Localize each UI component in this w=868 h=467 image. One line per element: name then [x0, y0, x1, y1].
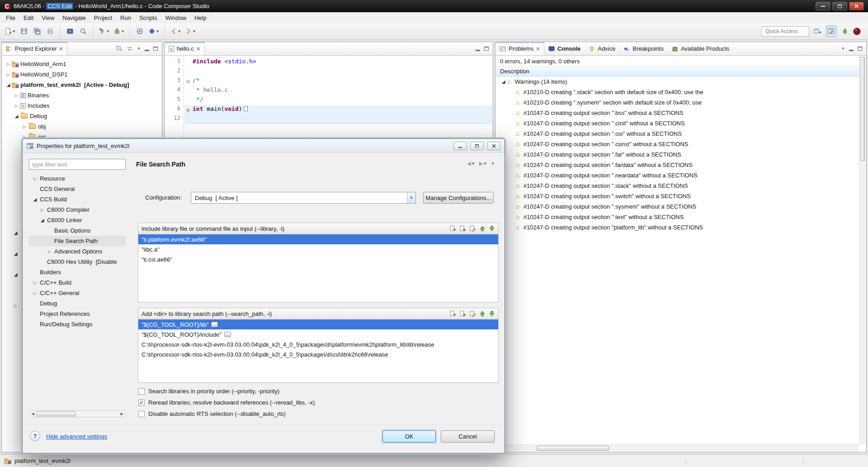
- chevron-right-icon[interactable]: ▷: [39, 208, 46, 212]
- library-list-item[interactable]: "ti.platform.evmk2l.ae66": [138, 234, 498, 244]
- search-path-item[interactable]: "${CG_TOOL_ROOT}/include"…: [138, 329, 498, 339]
- tree-item[interactable]: ▷C/C++ General: [29, 288, 126, 298]
- tree-item[interactable]: CCS General: [29, 184, 126, 194]
- view-menu-icon[interactable]: ▼: [841, 47, 845, 51]
- menu-item-window[interactable]: Window: [161, 13, 190, 23]
- menu-item-help[interactable]: Help: [190, 13, 211, 23]
- chevron-expanded-icon[interactable]: ◢: [500, 79, 507, 84]
- menu-item-view[interactable]: View: [38, 13, 58, 23]
- disable-auto-rts-option[interactable]: Disable automatic RTS selection (--disab…: [138, 410, 286, 417]
- menu-item-navigate[interactable]: Navigate: [58, 13, 90, 23]
- scrollbar-thumb[interactable]: [36, 411, 76, 416]
- close-icon[interactable]: [536, 47, 540, 51]
- tree-item[interactable]: ▷HelloWorld_Arm1: [2, 59, 161, 69]
- description-column-header[interactable]: Description: [496, 67, 866, 76]
- search-path-item[interactable]: C:\ti\processor-sdk-rtos-k2l-evm-03.03.0…: [138, 349, 498, 359]
- library-list-item[interactable]: "ti.csl.ae66": [138, 254, 498, 264]
- tree-expand-arrow[interactable]: ◢: [12, 230, 19, 235]
- chevron-right-icon[interactable]: ▷: [21, 124, 28, 129]
- scroll-left-icon[interactable]: ◀: [29, 411, 36, 417]
- ccs-debug-perspective-button[interactable]: [840, 25, 850, 37]
- chevron-right-icon[interactable]: ▷: [32, 291, 38, 295]
- tab-project-explorer[interactable]: Project Explorer: [2, 42, 67, 55]
- dialog-close-button[interactable]: [487, 142, 500, 150]
- back-button[interactable]: ▼: [169, 25, 183, 37]
- close-icon[interactable]: [59, 47, 63, 51]
- tree-item[interactable]: ▷obj: [2, 121, 161, 132]
- checkbox-unchecked[interactable]: [138, 411, 145, 417]
- link-with-editor-icon[interactable]: [127, 46, 133, 52]
- tree-expand-arrow[interactable]: ◢: [12, 251, 19, 256]
- scrollbar-thumb[interactable]: [537, 446, 609, 451]
- edit-icon[interactable]: [469, 225, 476, 232]
- tree-horizontal-scrollbar[interactable]: ◀ ▶: [29, 410, 126, 417]
- tab-advice[interactable]: Advice: [585, 42, 619, 55]
- maximize-button[interactable]: [832, 2, 847, 10]
- menu-item-scripts[interactable]: Scripts: [135, 13, 161, 23]
- tree-item[interactable]: ▷Binaries: [2, 90, 161, 100]
- view-menu-icon[interactable]: ▼: [491, 162, 495, 166]
- save-button[interactable]: [18, 25, 30, 37]
- tree-item[interactable]: ◢CCS Build: [29, 194, 126, 205]
- open-perspective-button[interactable]: [812, 25, 823, 37]
- cancel-button[interactable]: Cancel: [441, 430, 495, 443]
- problem-row[interactable]: ⚠#10210-D creating ".stack" section with…: [496, 87, 866, 97]
- delete-icon[interactable]: [459, 310, 466, 317]
- chevron-expanded-icon[interactable]: ◢: [5, 82, 12, 87]
- tree-item[interactable]: ▷C/C++ Build: [29, 277, 126, 288]
- filter-input[interactable]: [29, 159, 126, 170]
- checkbox-unchecked[interactable]: [138, 388, 145, 395]
- collapsed-region-icon[interactable]: [244, 106, 248, 111]
- problem-row[interactable]: ⚠#10247-D creating output section ".stac…: [496, 181, 866, 191]
- chevron-right-icon[interactable]: ▷: [5, 72, 12, 77]
- reread-libs-option[interactable]: Reread libraries; resolve backward refer…: [138, 399, 315, 406]
- tree-expand-arrow[interactable]: ◢: [12, 272, 19, 277]
- tree-item[interactable]: Debug: [29, 298, 126, 309]
- problem-row[interactable]: ⚠#10247-D creating output section ".swit…: [496, 191, 866, 201]
- problem-row[interactable]: ⚠#10247-D creating output section ".bss"…: [496, 108, 866, 118]
- tab-console[interactable]: Console: [544, 42, 585, 55]
- search-path-item[interactable]: "${CG_TOOL_ROOT}/lib"…: [138, 319, 498, 329]
- minimize-view-icon[interactable]: [476, 50, 480, 51]
- menu-item-file[interactable]: File: [2, 13, 19, 23]
- dialog-titlebar[interactable]: Properties for platform_test_evmk2l: [23, 139, 505, 153]
- search-button[interactable]: [77, 25, 90, 37]
- problem-row[interactable]: ⚠#10247-D creating output section ".far"…: [496, 149, 866, 160]
- tab-available-products[interactable]: Available Products: [668, 42, 733, 55]
- scrollbar-thumb[interactable]: [860, 57, 865, 161]
- hide-advanced-settings-link[interactable]: Hide advanced settings: [46, 433, 107, 440]
- chevron-right-icon[interactable]: ▷: [32, 281, 38, 285]
- search-path-item[interactable]: C:\ti\processor-sdk-rtos-k2l-evm-03.03.0…: [138, 339, 498, 349]
- breakpoint-button[interactable]: ▼: [147, 25, 161, 37]
- connect-target-button[interactable]: [134, 25, 146, 37]
- minimize-view-icon[interactable]: [145, 50, 149, 51]
- configuration-dropdown[interactable]: Debug [ Active ]▼: [191, 192, 416, 204]
- delete-icon[interactable]: [459, 225, 466, 232]
- forward-button[interactable]: ▼: [184, 25, 198, 37]
- tab-hello-c[interactable]: c hello.c: [165, 42, 205, 55]
- tree-item-active-project[interactable]: ◢platform_test_evmk2l [Active - Debug]: [2, 80, 161, 90]
- problem-row[interactable]: ⚠#10247-D creating output section ".near…: [496, 170, 866, 181]
- problem-row[interactable]: ⚠#10247-D creating output section ".cio"…: [496, 129, 866, 139]
- view-menu-icon[interactable]: ▼: [137, 47, 141, 51]
- tab-problems[interactable]: Problems: [495, 42, 544, 55]
- fold-collapse-icon[interactable]: ⊖: [185, 77, 191, 86]
- manage-configurations-button[interactable]: Manage Configurations...: [423, 192, 494, 204]
- tree-item[interactable]: ▷Resource: [29, 173, 126, 184]
- flash-button[interactable]: [64, 25, 76, 37]
- chevron-expanded-icon[interactable]: ◢: [13, 114, 20, 119]
- debug-button[interactable]: ▼: [112, 25, 126, 37]
- new-file-button[interactable]: ▼: [3, 25, 17, 37]
- library-list-item[interactable]: "libc.a": [138, 244, 498, 254]
- tree-item[interactable]: Builders: [29, 267, 126, 277]
- chevron-right-icon[interactable]: ▷: [32, 176, 38, 181]
- minimize-button[interactable]: [816, 2, 830, 10]
- chevron-expanded-icon[interactable]: ◢: [39, 218, 46, 223]
- print-button[interactable]: [44, 25, 57, 37]
- tree-item[interactable]: Run/Debug Settings: [29, 319, 126, 329]
- scroll-right-icon[interactable]: ▶: [118, 411, 125, 417]
- tree-item[interactable]: Project References: [29, 309, 126, 319]
- chevron-expanded-icon[interactable]: ◢: [32, 197, 38, 202]
- tree-collapse-arrow[interactable]: ▷: [12, 304, 19, 308]
- chevron-right-icon[interactable]: ▷: [13, 93, 20, 98]
